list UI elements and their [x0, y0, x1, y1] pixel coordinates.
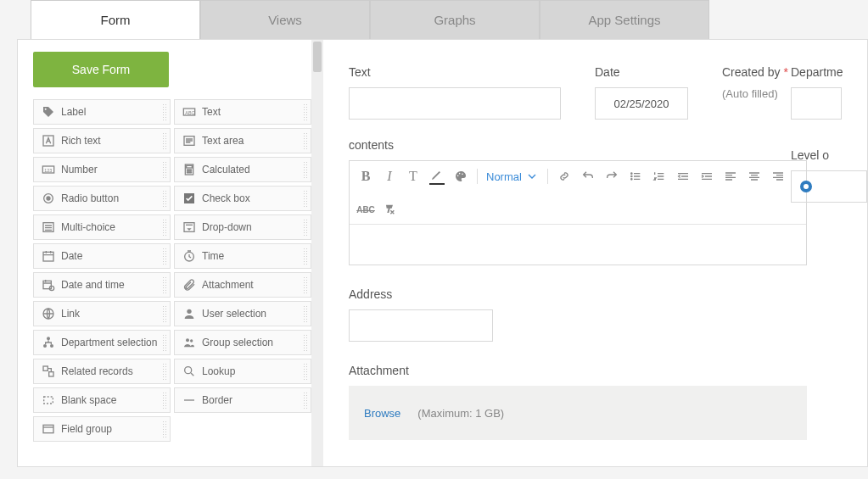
undo-button[interactable]: [580, 169, 596, 184]
palette-button[interactable]: [453, 169, 468, 184]
date-input[interactable]: 02/25/2020: [595, 87, 688, 120]
field-block-text[interactable]: Text: [349, 65, 561, 120]
richtext-icon: [39, 131, 58, 150]
text-icon: ABC: [180, 103, 199, 121]
field-related[interactable]: Related records: [33, 359, 171, 384]
grip-icon: [303, 190, 308, 207]
pencil-icon: [430, 168, 444, 181]
field-blank[interactable]: Blank space: [33, 387, 171, 413]
address-label: Address: [349, 287, 867, 301]
svg-point-36: [457, 175, 459, 177]
scrollbar-thumb[interactable]: [313, 42, 322, 72]
svg-point-37: [459, 173, 461, 175]
grip-icon: [303, 392, 308, 409]
field-block-contents[interactable]: contents B I T Normal: [349, 138, 867, 265]
field-label[interactable]: Label: [33, 99, 171, 125]
field-block-level[interactable]: Level o: [791, 148, 867, 203]
field-datetime[interactable]: Date and time: [33, 272, 171, 298]
attachment-dropzone[interactable]: Browse (Maximum: 1 GB): [349, 386, 807, 440]
field-number[interactable]: 123 Number: [33, 157, 171, 182]
text-input[interactable]: [349, 87, 561, 120]
tab-form[interactable]: Form: [31, 0, 200, 39]
field-calculated[interactable]: Calculated: [174, 157, 311, 182]
svg-rect-35: [43, 425, 53, 432]
save-form-button[interactable]: Save Form: [33, 52, 169, 87]
field-deptselection[interactable]: Department selection: [33, 330, 171, 355]
rte-body[interactable]: [350, 224, 806, 265]
field-border[interactable]: Border: [174, 387, 311, 413]
grip-icon: [303, 334, 308, 351]
tab-settings[interactable]: App Settings: [540, 0, 709, 39]
date-value: 02/25/2020: [613, 97, 669, 110]
browse-link[interactable]: Browse: [364, 407, 400, 420]
italic-button[interactable]: I: [382, 169, 397, 184]
field-link[interactable]: Link: [33, 301, 171, 326]
svg-point-41: [631, 179, 632, 180]
contents-label: contents: [349, 138, 867, 152]
strike-button[interactable]: ABC: [358, 202, 373, 217]
tag-icon: [39, 103, 58, 121]
grip-icon: [303, 103, 308, 120]
field-lookup[interactable]: Lookup: [174, 359, 311, 384]
department-input[interactable]: [791, 87, 842, 120]
field-radio[interactable]: Radio button: [33, 186, 171, 211]
tab-form-label: Form: [101, 13, 131, 27]
field-richtext[interactable]: Rich text: [33, 128, 171, 153]
field-block-createdby[interactable]: Created by * (Auto filled): [722, 65, 788, 100]
field-block-date[interactable]: Date 02/25/2020: [595, 65, 688, 120]
field-groupselection[interactable]: Group selection: [174, 330, 311, 355]
field-userselection[interactable]: User selection: [174, 301, 311, 326]
tab-graphs-label: Graphs: [434, 13, 475, 27]
field-attachment[interactable]: Attachment: [174, 272, 311, 298]
field-related-text: Related records: [61, 365, 133, 377]
rte-toolbar: B I T Normal: [350, 161, 806, 224]
align-right-button[interactable]: [770, 169, 786, 184]
field-time[interactable]: Time: [174, 243, 311, 269]
clear-format-button[interactable]: [382, 202, 397, 217]
list-ol-button[interactable]: [652, 169, 667, 184]
grip-icon: [303, 132, 308, 149]
field-multichoice[interactable]: Multi-choice: [33, 214, 171, 240]
grip-icon: [303, 161, 308, 178]
align-center-button[interactable]: [747, 169, 762, 184]
field-dropdown[interactable]: Drop-down: [174, 214, 311, 240]
svg-point-16: [47, 197, 50, 200]
calculator-icon: [180, 160, 199, 179]
indent-button[interactable]: [699, 169, 714, 184]
font-size-button[interactable]: T: [406, 169, 421, 184]
redo-button[interactable]: [604, 169, 619, 184]
outdent-button[interactable]: [675, 169, 691, 184]
address-input[interactable]: [349, 309, 493, 342]
org-icon: [39, 333, 58, 352]
grip-icon: [162, 219, 167, 236]
link-button[interactable]: [557, 169, 572, 184]
grip-icon: [162, 161, 167, 178]
field-block-address[interactable]: Address: [349, 287, 867, 342]
field-date[interactable]: Date: [33, 243, 171, 269]
undo-icon: [581, 170, 595, 183]
svg-point-26: [47, 337, 50, 340]
align-left-button[interactable]: [723, 169, 738, 184]
field-block-department[interactable]: Departme: [791, 65, 867, 120]
tab-graphs[interactable]: Graphs: [370, 0, 540, 39]
multichoice-icon: [39, 218, 58, 237]
field-checkbox[interactable]: Check box: [174, 186, 311, 211]
svg-point-0: [45, 109, 47, 110]
sidebar-scrollbar[interactable]: [311, 40, 323, 466]
field-fieldgroup[interactable]: Field group: [33, 416, 171, 442]
attachment-label: Attachment: [349, 364, 867, 377]
level-radio-option[interactable]: [791, 170, 867, 203]
list-ul-button[interactable]: [628, 169, 643, 184]
grip-icon: [162, 421, 167, 437]
bold-button[interactable]: B: [358, 169, 373, 184]
field-block-attachment[interactable]: Attachment Browse (Maximum: 1 GB): [349, 364, 867, 440]
field-richtext-text: Rich text: [61, 135, 101, 147]
palette-icon: [454, 170, 468, 183]
tab-views[interactable]: Views: [200, 0, 370, 39]
radio-icon: [39, 189, 58, 208]
grip-icon: [303, 305, 308, 322]
text-color-button[interactable]: [429, 168, 445, 185]
format-dropdown[interactable]: Normal: [486, 170, 539, 183]
field-text[interactable]: ABC Text: [174, 99, 311, 125]
field-textarea[interactable]: Text area: [174, 128, 311, 153]
